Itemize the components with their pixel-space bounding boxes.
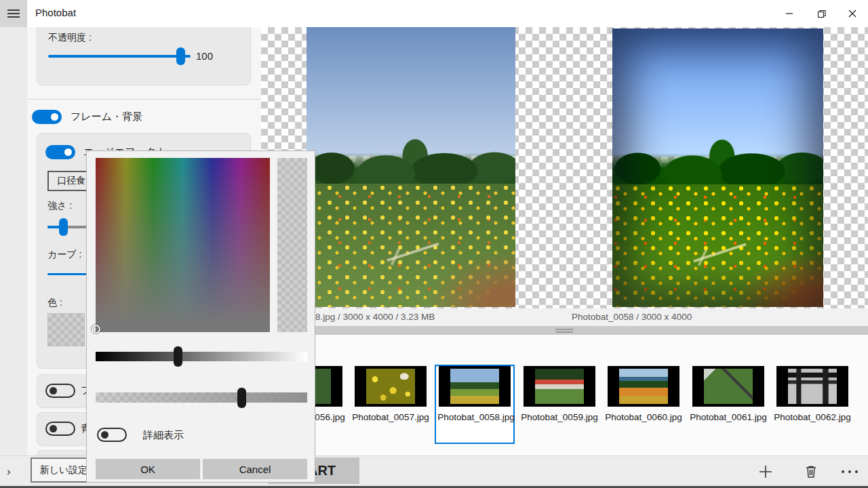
title-bar: Photobat xyxy=(0,0,868,27)
close-button[interactable] xyxy=(837,0,868,27)
filmstrip-cell: Photobat_0060.jpg xyxy=(604,365,684,444)
edge-color-swatch[interactable] xyxy=(47,313,85,346)
opacity-value: 100 xyxy=(196,50,213,62)
delete-files-button[interactable] xyxy=(794,456,828,487)
color-selector-ring[interactable] xyxy=(92,325,100,333)
alpha-column-bar[interactable] xyxy=(277,158,307,332)
thumbnail-image xyxy=(366,369,415,404)
section-divider xyxy=(27,99,261,100)
color-picker-dialog: 詳細表示 OK Cancel xyxy=(86,150,315,483)
ellipsis-icon xyxy=(855,470,858,473)
frame-bg-toggle[interactable] xyxy=(32,110,62,124)
restore-icon xyxy=(817,9,826,18)
thumbnail-photobat-0057[interactable] xyxy=(355,366,427,407)
option-toggle-2[interactable] xyxy=(45,422,75,436)
ok-button-label: OK xyxy=(140,464,155,475)
curve-label: カーブ : xyxy=(47,249,81,261)
menu-icon xyxy=(7,9,20,11)
photo-trees xyxy=(307,134,515,190)
thumbnail-photobat-0059[interactable] xyxy=(524,366,595,407)
thumbnail-photobat-0060[interactable] xyxy=(608,366,679,407)
detail-view-label: 詳細表示 xyxy=(143,429,184,442)
hamburger-menu-button[interactable] xyxy=(0,0,27,27)
splitter-grip xyxy=(555,331,573,333)
caption-strip: 8.jpg / 3000 x 4000 / 3.23 MB Photobat_0… xyxy=(261,308,868,326)
thumbnail-image xyxy=(704,369,753,404)
close-icon xyxy=(848,9,856,18)
ellipsis-icon xyxy=(842,470,844,473)
preview-canvas xyxy=(261,27,868,308)
ellipsis-icon xyxy=(848,470,851,473)
filmstrip-cell: Photobat_0062.jpg xyxy=(772,365,852,444)
color-label: 色 : xyxy=(47,297,62,309)
cancel-button-label: Cancel xyxy=(239,464,271,475)
window-title: Photobat xyxy=(35,7,76,18)
thumbnail-image xyxy=(788,369,837,404)
new-setting-button-label: 新しい設定 xyxy=(40,464,88,476)
edge-effect-vignette xyxy=(612,28,823,307)
ok-button[interactable]: OK xyxy=(96,459,200,479)
original-image-caption: 8.jpg / 3000 x 4000 / 3.23 MB xyxy=(315,312,435,322)
menu-icon xyxy=(7,16,20,18)
thumbnail-image xyxy=(450,369,499,404)
cancel-button[interactable]: Cancel xyxy=(203,459,307,479)
add-files-button[interactable] xyxy=(749,456,783,487)
alpha-slider[interactable] xyxy=(96,392,307,403)
opacity-card: 不透明度 : 100 xyxy=(37,27,251,85)
thumbnail-image xyxy=(619,369,668,404)
splitter-handle[interactable] xyxy=(261,326,868,335)
plus-icon xyxy=(757,464,774,480)
option-toggle-1[interactable] xyxy=(45,384,75,398)
preview-image-processed[interactable] xyxy=(612,28,823,307)
thumbnail-filename: Photobat_0062.jpg xyxy=(767,412,858,422)
opacity-slider-track[interactable] xyxy=(48,55,191,58)
value-slider-knob[interactable] xyxy=(174,346,182,367)
filmstrip-cell-selected: Photobat_0058.jpg xyxy=(435,365,515,444)
processed-image-caption: Photobat_0058 / 3000 x 4000 xyxy=(572,312,692,322)
detail-view-toggle[interactable] xyxy=(97,428,127,442)
thumbnail-photobat-0062[interactable] xyxy=(776,366,848,407)
thumbnail-filename: Photobat_0060.jpg xyxy=(598,412,689,422)
thumbnail-image xyxy=(535,369,584,404)
menu-icon xyxy=(7,13,20,14)
trash-icon xyxy=(804,464,818,479)
more-options-button[interactable] xyxy=(833,456,867,487)
filmstrip-cell: Photobat_0057.jpg xyxy=(351,365,431,444)
thumbnail-photobat-0058[interactable] xyxy=(439,366,511,407)
edge-effect-toggle[interactable] xyxy=(45,145,75,159)
alpha-gradient-overlay xyxy=(96,392,307,403)
thumbnail-filename: Photobat_0059.jpg xyxy=(514,412,605,422)
filmstrip-cell: Photobat_0061.jpg xyxy=(688,365,768,444)
left-rail xyxy=(0,27,27,488)
minimize-button[interactable] xyxy=(774,0,805,27)
thumbnail-filename: Photobat_0057.jpg xyxy=(345,412,436,422)
filmstrip-cell: Photobat_0059.jpg xyxy=(519,365,599,444)
splitter-grip xyxy=(555,329,573,330)
strength-label: 強さ : xyxy=(47,200,72,212)
thumbnail-photobat-0061[interactable] xyxy=(692,366,764,407)
photo-soil xyxy=(428,251,515,307)
thumbnail-filename: Photobat_0061.jpg xyxy=(683,412,774,422)
preview-image-original[interactable] xyxy=(307,27,515,307)
strength-slider-knob[interactable] xyxy=(59,218,68,236)
frame-bg-label: フレーム・背景 xyxy=(71,110,142,123)
thumbnail-filename: Photobat_0058.jpg xyxy=(431,412,521,422)
value-slider[interactable] xyxy=(96,352,307,361)
opacity-label: 不透明度 : xyxy=(48,32,92,44)
collapse-panel-chevron-icon[interactable]: › xyxy=(7,465,11,479)
vignette-select-label: 口径食 xyxy=(57,175,85,187)
alpha-slider-knob[interactable] xyxy=(237,388,246,408)
restore-button[interactable] xyxy=(806,0,837,27)
opacity-slider-knob[interactable] xyxy=(176,47,185,65)
color-gradient-square[interactable] xyxy=(96,158,270,332)
filmstrip: Photobat_0056.jpg Photobat_0057.jpg Phot… xyxy=(261,335,868,455)
minimize-icon xyxy=(785,9,793,18)
